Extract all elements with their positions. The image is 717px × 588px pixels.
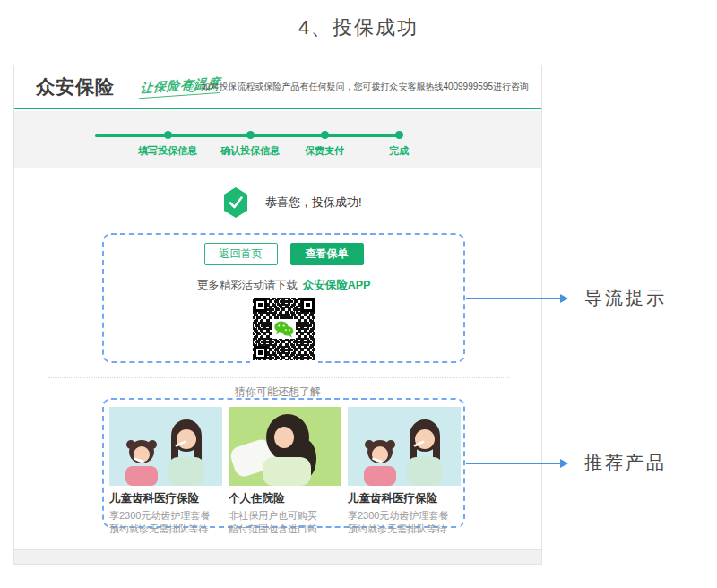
section-divider	[48, 377, 509, 378]
promo-prefix: 更多精彩活动请下载	[197, 279, 301, 291]
zhongan-logo[interactable]: 众安保险	[36, 74, 115, 99]
flow-tip-region: 返回首页 查看保单 更多精彩活动请下载 众安保险APP	[102, 233, 465, 363]
product-desc-line: 赔付范围包含进口药	[229, 523, 341, 536]
qr-finder-icon	[254, 346, 267, 359]
product-image	[109, 407, 222, 486]
success-banner: 恭喜您，投保成功!	[222, 187, 362, 218]
flow-tip-label: 导流提示	[584, 286, 667, 310]
question-circle-icon: ?	[186, 81, 197, 92]
action-buttons: 返回首页 查看保单	[104, 243, 463, 265]
hotline-help: ? 如对投保流程或保险产品有任何疑问，您可拨打众安客服热线4009999595进…	[186, 65, 529, 108]
product-title: 儿童齿科医疗保险	[348, 491, 461, 506]
hospital-woman-image	[229, 407, 341, 486]
step-label: 确认投保信息	[220, 144, 280, 158]
product-desc-line: 预约就诊无需排队等待	[348, 523, 461, 536]
kids-dental-image	[109, 407, 222, 486]
site-header: 众安保险 让保险有温度 ? 如对投保流程或保险产品有任何疑问，您可拨打众安客服热…	[14, 65, 541, 109]
wechat-qr-code	[253, 298, 315, 360]
hotline-text: 如对投保流程或保险产品有任何疑问，您可拨打众安客服热线4009999595进行咨…	[201, 81, 529, 93]
step-label: 完成	[389, 144, 409, 158]
view-policy-button[interactable]: 查看保单	[290, 243, 364, 265]
product-desc-line: 享2300元幼齿护理套餐	[109, 509, 222, 523]
product-desc-line: 非社保用户也可购买	[229, 509, 341, 523]
back-home-button[interactable]: 返回首页	[204, 243, 278, 265]
product-title: 儿童齿科医疗保险	[109, 491, 222, 506]
page-title: 4、投保成功	[0, 14, 717, 41]
step-premium-payment: 保费支付	[305, 131, 344, 158]
product-card[interactable]: 个人住院险 非社保用户也可购买 赔付范围包含进口药	[229, 407, 341, 526]
app-promo-text: 更多精彩活动请下载 众安保险APP	[104, 278, 463, 293]
arrowhead-icon	[560, 294, 568, 303]
product-desc-line: 预约就诊无需排队等待	[109, 523, 222, 536]
success-message: 恭喜您，投保成功!	[265, 195, 362, 211]
product-desc-line: 享2300元幼齿护理套餐	[348, 509, 461, 523]
qr-finder-icon	[254, 298, 267, 312]
step-dot-icon	[395, 131, 403, 139]
success-check-icon	[222, 187, 249, 218]
step-confirm-info: 确认投保信息	[220, 131, 280, 158]
wechat-icon	[272, 319, 296, 339]
recommended-arrow	[466, 463, 566, 464]
step-label: 保费支付	[305, 144, 344, 158]
step-complete: 完成	[389, 131, 409, 158]
product-image	[229, 407, 341, 486]
product-title: 个人住院险	[229, 491, 341, 506]
recommended-label: 推荐产品	[584, 451, 667, 475]
app-download-link[interactable]: 众安保险APP	[303, 279, 371, 291]
flow-tip-arrow	[466, 298, 566, 299]
step-label: 填写投保信息	[138, 144, 197, 158]
step-fill-info: 填写投保信息	[138, 131, 197, 158]
kids-dental-image	[348, 407, 461, 486]
panel-footer	[14, 549, 541, 564]
product-card[interactable]: 儿童齿科医疗保险 享2300元幼齿护理套餐 预约就诊无需排队等待	[109, 407, 222, 526]
qr-finder-icon	[301, 298, 315, 312]
recommended-products-region: 儿童齿科医疗保险 享2300元幼齿护理套餐 预约就诊无需排队等待 个人住院险 非…	[102, 398, 465, 528]
step-dot-icon	[246, 131, 255, 139]
insurance-success-panel: 众安保险 让保险有温度 ? 如对投保流程或保险产品有任何疑问，您可拨打众安客服热…	[13, 65, 542, 565]
step-dot-icon	[164, 131, 172, 139]
progress-stepper: 填写投保信息 确认投保信息 保费支付 完成	[14, 111, 541, 168]
product-card[interactable]: 儿童齿科医疗保险 享2300元幼齿护理套餐 预约就诊无需排队等待	[348, 407, 461, 526]
arrowhead-icon	[560, 459, 568, 468]
product-image	[348, 407, 461, 486]
step-dot-icon	[321, 131, 329, 139]
